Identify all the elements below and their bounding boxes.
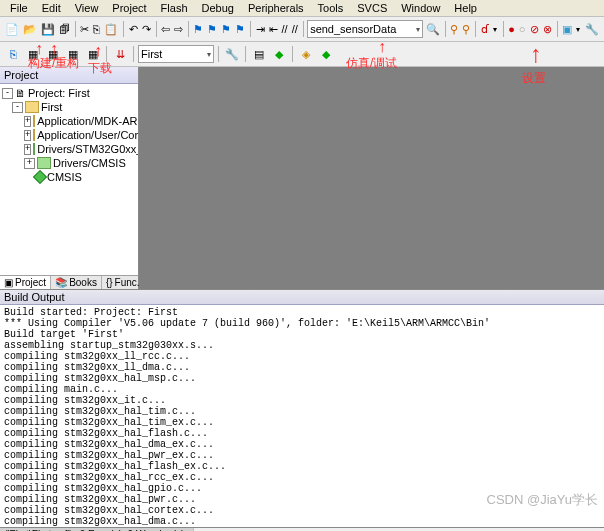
tab-project[interactable]: ▣Project xyxy=(0,276,51,289)
watermark: CSDN @JiaYu学长 xyxy=(487,491,598,509)
tree-leaf[interactable]: CMSIS xyxy=(0,170,138,184)
file-ext-icon[interactable]: ▤ xyxy=(250,45,268,63)
open-file-icon[interactable]: 📂 xyxy=(22,20,38,38)
stop-build-icon[interactable]: ▦ xyxy=(84,45,102,63)
cut-icon[interactable]: ✂ xyxy=(79,20,90,38)
project-panel: Project -🗎Project: First -First +Applica… xyxy=(0,67,139,289)
books-icon[interactable]: ◈ xyxy=(297,45,315,63)
target-combo[interactable]: First▾ xyxy=(138,45,214,63)
editor-canvas xyxy=(139,67,604,289)
copy-icon[interactable]: ⎘ xyxy=(92,20,101,38)
menu-peripherals[interactable]: Peripherals xyxy=(242,1,310,15)
build-icon[interactable]: ▦ xyxy=(24,45,42,63)
manage-rte-icon[interactable]: ◆ xyxy=(270,45,288,63)
window-dropdown-icon[interactable]: ▾ xyxy=(575,20,582,38)
configure-icon[interactable]: 🔧 xyxy=(584,20,600,38)
menu-file[interactable]: File xyxy=(4,1,34,15)
tree-folder[interactable]: +Drivers/CMSIS xyxy=(0,156,138,170)
debug-dropdown-icon[interactable]: ▾ xyxy=(492,20,499,38)
bookmark-icon[interactable]: ⚑ xyxy=(192,20,204,38)
project-panel-title: Project xyxy=(0,67,138,84)
window-icon[interactable]: ▣ xyxy=(561,20,573,38)
standard-toolbar: 📄 📂 💾 🗐 ✂ ⎘ 📋 ↶ ↷ ⇦ ⇨ ⚑ ⚑ ⚑ ⚑ ⇥ ⇤ // // … xyxy=(0,17,604,42)
uncomment-icon[interactable]: // xyxy=(291,20,299,38)
save-all-icon[interactable]: 🗐 xyxy=(58,20,71,38)
breakpoint-killall-icon[interactable]: ⊗ xyxy=(542,20,553,38)
tree-folder[interactable]: +Application/User/Core xyxy=(0,128,138,142)
menu-window[interactable]: Window xyxy=(395,1,446,15)
rebuild-icon[interactable]: ▦ xyxy=(44,45,62,63)
menu-debug[interactable]: Debug xyxy=(196,1,240,15)
separator xyxy=(245,46,246,62)
comment-icon[interactable]: // xyxy=(281,20,289,38)
redo-icon[interactable]: ↷ xyxy=(141,20,152,38)
bookmark-next-icon[interactable]: ⚑ xyxy=(220,20,232,38)
download-icon[interactable]: ⇊ xyxy=(111,45,129,63)
build-batch-icon[interactable]: ▦ xyxy=(64,45,82,63)
menu-view[interactable]: View xyxy=(69,1,105,15)
separator xyxy=(133,46,134,62)
separator xyxy=(106,46,107,62)
menu-help[interactable]: Help xyxy=(448,1,483,15)
outdent-icon[interactable]: ⇤ xyxy=(268,20,279,38)
find-combo[interactable]: send_sensorData▾ xyxy=(307,20,423,38)
menu-svcs[interactable]: SVCS xyxy=(351,1,393,15)
build-toolbar: ⎘ ▦ ▦ ▦ ▦ ⇊ First▾ 🔧 ▤ ◆ ◈ ◆ xyxy=(0,42,604,67)
paste-icon[interactable]: 📋 xyxy=(103,20,119,38)
menu-flash[interactable]: Flash xyxy=(155,1,194,15)
search-inc-icon[interactable]: ⚲ xyxy=(461,20,471,38)
tab-books[interactable]: 📚Books xyxy=(51,276,102,289)
bookmark-clear-icon[interactable]: ⚑ xyxy=(234,20,246,38)
nav-back-icon[interactable]: ⇦ xyxy=(160,20,171,38)
tree-folder[interactable]: +Application/MDK-ARM xyxy=(0,114,138,128)
menu-bar: File Edit View Project Flash Debug Perip… xyxy=(0,0,604,17)
undo-icon[interactable]: ↶ xyxy=(128,20,139,38)
tree-root[interactable]: -🗎Project: First xyxy=(0,86,138,100)
nav-fwd-icon[interactable]: ⇨ xyxy=(173,20,184,38)
build-output-title: Build Output xyxy=(0,289,604,305)
target-options-icon[interactable]: 🔧 xyxy=(223,45,241,63)
breakpoint-icon[interactable]: ● xyxy=(507,20,516,38)
menu-tools[interactable]: Tools xyxy=(312,1,350,15)
project-tabs: ▣Project 📚Books {}Func... 0Temp... xyxy=(0,275,138,289)
breakpoint-kill-icon[interactable]: ⊘ xyxy=(529,20,540,38)
project-tree[interactable]: -🗎Project: First -First +Application/MDK… xyxy=(0,84,138,275)
breakpoint-disable-icon[interactable]: ○ xyxy=(518,20,527,38)
save-icon[interactable]: 💾 xyxy=(40,20,56,38)
menu-project[interactable]: Project xyxy=(106,1,152,15)
debug-icon[interactable]: ɗ xyxy=(480,20,490,38)
main-area: Project -🗎Project: First -First +Applica… xyxy=(0,67,604,289)
new-file-icon[interactable]: 📄 xyxy=(4,20,20,38)
tree-target[interactable]: -First xyxy=(0,100,138,114)
menu-edit[interactable]: Edit xyxy=(36,1,67,15)
search-project-icon[interactable]: ⚲ xyxy=(449,20,459,38)
separator xyxy=(218,46,219,62)
translate-icon[interactable]: ⎘ xyxy=(4,45,22,63)
status-bar: "First\First.axf" - 0 Error(s), 0 Warnin… xyxy=(0,527,604,531)
separator xyxy=(292,46,293,62)
find-icon[interactable]: 🔍 xyxy=(425,20,441,38)
bookmark-prev-icon[interactable]: ⚑ xyxy=(206,20,218,38)
pack-installer-icon[interactable]: ◆ xyxy=(317,45,335,63)
tree-folder[interactable]: +Drivers/STM32G0xx_HAL_Dri xyxy=(0,142,138,156)
indent-icon[interactable]: ⇥ xyxy=(255,20,266,38)
